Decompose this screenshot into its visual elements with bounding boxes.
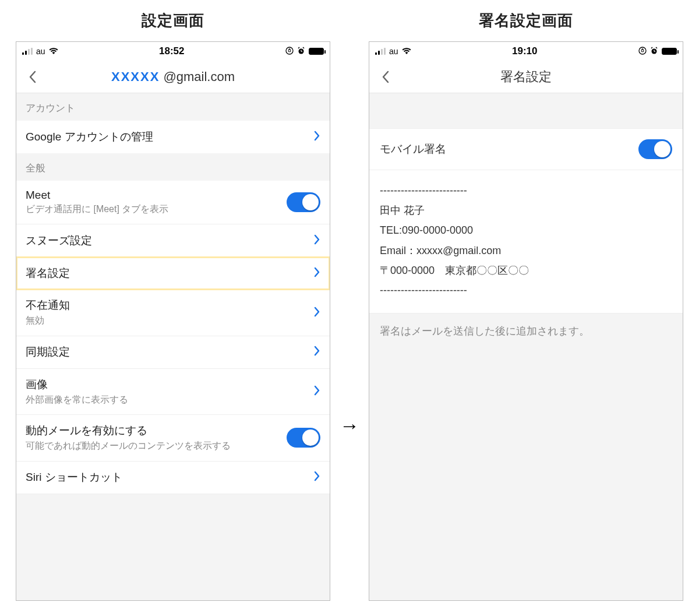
nav-title: XXXXX @gmail.com bbox=[111, 69, 235, 85]
status-bar: au 18:52 bbox=[16, 42, 330, 61]
back-button[interactable] bbox=[21, 65, 44, 89]
status-time: 19:10 bbox=[512, 45, 537, 57]
row-label: 不在通知 bbox=[26, 298, 70, 313]
row-label: Google アカウントの管理 bbox=[26, 129, 153, 145]
chevron-right-icon bbox=[313, 471, 320, 484]
signature-text[interactable]: ------------------------- 田中 花子 TEL:090-… bbox=[369, 170, 683, 314]
row-manage-account[interactable]: Google アカウントの管理 bbox=[16, 121, 330, 153]
svg-point-0 bbox=[286, 47, 293, 54]
row-sublabel: ビデオ通話用に [Meet] タブを表示 bbox=[26, 203, 168, 216]
row-label: スヌーズ設定 bbox=[26, 233, 92, 248]
nav-header: XXXXX @gmail.com bbox=[16, 61, 330, 93]
row-label: Meet bbox=[26, 189, 168, 202]
row-label: Siri ショートカット bbox=[26, 470, 122, 485]
nav-title: 署名設定 bbox=[500, 68, 552, 86]
mobile-signature-row[interactable]: モバイル署名 bbox=[369, 128, 683, 170]
chevron-right-icon bbox=[313, 346, 320, 358]
settings-list: アカウント Google アカウントの管理 全般 Meet ビデオ通話用に [M… bbox=[16, 93, 330, 600]
row-siri[interactable]: Siri ショートカット bbox=[16, 462, 330, 494]
battery-icon bbox=[662, 48, 677, 55]
signal-icon bbox=[22, 48, 33, 55]
chevron-right-icon bbox=[313, 307, 320, 319]
signature-body: モバイル署名 ------------------------- 田中 花子 T… bbox=[369, 93, 683, 600]
chevron-left-icon bbox=[27, 70, 38, 84]
row-label: 同期設定 bbox=[26, 344, 70, 360]
wifi-icon bbox=[402, 47, 411, 57]
row-label: 動的メールを有効にする bbox=[26, 423, 231, 438]
status-time: 18:52 bbox=[159, 45, 184, 57]
row-dynamic-mail[interactable]: 動的メールを有効にする 可能であれば動的メールのコンテンツを表示する bbox=[16, 415, 330, 461]
row-vacation[interactable]: 不在通知 無効 bbox=[16, 290, 330, 336]
left-screen-title: 設定画面 bbox=[142, 10, 204, 31]
row-sync[interactable]: 同期設定 bbox=[16, 336, 330, 369]
orientation-lock-icon bbox=[285, 47, 294, 57]
meet-toggle[interactable] bbox=[287, 192, 320, 212]
mobile-signature-label: モバイル署名 bbox=[380, 142, 446, 157]
carrier-label: au bbox=[36, 47, 45, 56]
settings-phone: au 18:52 bbox=[16, 41, 330, 601]
status-bar: au 19:10 bbox=[369, 42, 683, 61]
account-domain: @gmail.com bbox=[163, 69, 235, 85]
alarm-icon bbox=[650, 47, 658, 57]
signal-icon bbox=[375, 48, 386, 55]
chevron-right-icon bbox=[313, 131, 320, 143]
row-sublabel: 可能であれば動的メールのコンテンツを表示する bbox=[26, 439, 231, 452]
row-sublabel: 外部画像を常に表示する bbox=[26, 393, 128, 406]
row-images[interactable]: 画像 外部画像を常に表示する bbox=[16, 369, 330, 415]
dynamic-mail-toggle[interactable] bbox=[287, 428, 320, 448]
nav-header: 署名設定 bbox=[369, 61, 683, 93]
chevron-right-icon bbox=[313, 385, 320, 398]
chevron-right-icon bbox=[313, 267, 320, 280]
battery-icon bbox=[309, 48, 324, 55]
row-sublabel: 無効 bbox=[26, 314, 70, 327]
signature-note: 署名はメールを送信した後に追加されます。 bbox=[369, 314, 683, 349]
section-header-general: 全般 bbox=[16, 153, 330, 181]
row-signature[interactable]: 署名設定 bbox=[16, 257, 330, 290]
row-meet[interactable]: Meet ビデオ通話用に [Meet] タブを表示 bbox=[16, 181, 330, 224]
account-masked: XXXXX bbox=[111, 69, 160, 85]
signature-phone: au 19:10 bbox=[369, 41, 683, 601]
chevron-left-icon bbox=[380, 70, 391, 84]
chevron-right-icon bbox=[313, 234, 320, 247]
orientation-lock-icon bbox=[638, 47, 647, 57]
row-label: 署名設定 bbox=[26, 266, 70, 281]
back-button[interactable] bbox=[374, 65, 397, 89]
alarm-icon bbox=[297, 47, 305, 57]
svg-point-2 bbox=[639, 47, 646, 54]
mobile-signature-toggle[interactable] bbox=[638, 139, 672, 159]
row-label: 画像 bbox=[26, 377, 128, 392]
row-snooze[interactable]: スヌーズ設定 bbox=[16, 224, 330, 257]
wifi-icon bbox=[49, 47, 58, 57]
carrier-label: au bbox=[389, 47, 398, 56]
arrow-right-icon: → bbox=[338, 414, 361, 437]
section-header-account: アカウント bbox=[16, 93, 330, 121]
right-screen-title: 署名設定画面 bbox=[479, 10, 573, 31]
